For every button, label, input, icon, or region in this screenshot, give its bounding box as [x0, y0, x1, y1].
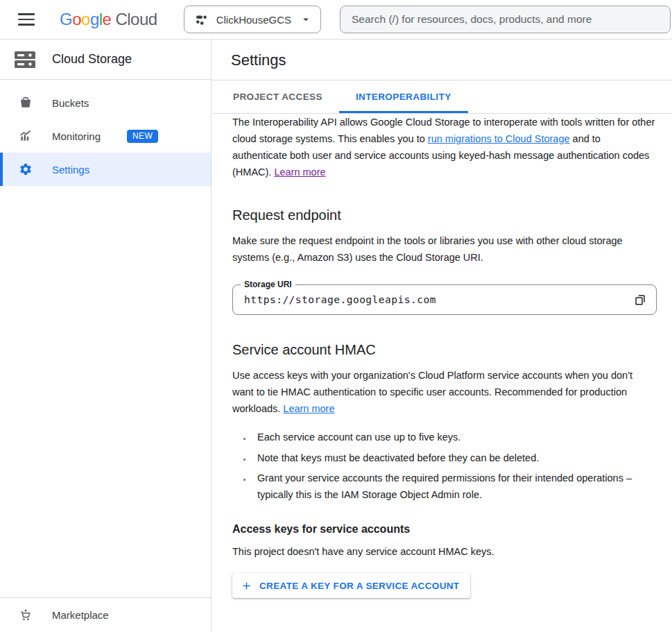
chevron-down-icon [300, 13, 312, 26]
copy-button[interactable] [628, 288, 652, 311]
request-endpoint-heading: Request endpoint [232, 206, 655, 224]
storage-uri-value[interactable] [233, 294, 628, 305]
product-header: Cloud Storage [0, 40, 211, 80]
sidebar-nav: Buckets Monitoring NEW Settings [0, 80, 211, 186]
sidebar-item-label: Settings [52, 164, 89, 176]
project-grid-icon [194, 12, 208, 26]
request-endpoint-body: Make sure the request endpoint in the to… [232, 232, 655, 266]
global-search-bar[interactable] [340, 6, 671, 33]
sidebar-footer: Marketplace [0, 597, 211, 632]
plus-icon [241, 580, 252, 592]
sidebar-item-label: Buckets [52, 97, 89, 109]
list-item: Grant your service accounts the required… [252, 470, 655, 503]
logo-cloud-wordmark: Cloud [115, 10, 157, 29]
search-input[interactable] [350, 12, 660, 26]
hamburger-menu-icon[interactable] [18, 13, 35, 26]
hmac-learn-more-link[interactable]: Learn more [283, 403, 334, 414]
logo-google-wordmark: Google [60, 10, 111, 29]
bucket-icon [19, 96, 33, 110]
page-title: Settings [212, 40, 672, 80]
main-content: Settings PROJECT ACCESS INTEROPERABILITY… [212, 40, 672, 632]
storage-uri-label: Storage URI [241, 280, 295, 290]
interoperability-panel: The Interoperability API allows Google C… [212, 114, 672, 598]
new-badge: NEW [127, 130, 158, 143]
settings-tabbar: PROJECT ACCESS INTEROPERABILITY [212, 80, 672, 114]
sidebar-item-label: Monitoring [52, 130, 101, 142]
create-key-button[interactable]: CREATE A KEY FOR A SERVICE ACCOUNT [232, 573, 470, 598]
sidebar-item-marketplace[interactable]: Marketplace [0, 598, 211, 632]
hmac-bullet-list: Each service account can use up to five … [232, 429, 655, 503]
sidebar-item-buckets[interactable]: Buckets [0, 86, 211, 119]
content-copy-icon [634, 293, 646, 306]
empty-state-text: This project doesn't have any service ac… [232, 543, 655, 560]
cloud-storage-product-icon [14, 50, 37, 69]
storage-uri-field: Storage URI [232, 284, 657, 315]
tab-interoperability[interactable]: INTEROPERABILITY [339, 80, 468, 113]
learn-more-link[interactable]: Learn more [274, 166, 325, 178]
marketplace-cart-icon [19, 608, 33, 622]
tab-project-access[interactable]: PROJECT ACCESS [216, 80, 339, 113]
project-selector[interactable]: ClickHouseGCS [184, 6, 321, 33]
list-item: Each service account can use up to five … [252, 429, 655, 445]
top-app-bar: Google Cloud ClickHouseGCS [0, 0, 672, 40]
sidebar-item-settings[interactable]: Settings [0, 153, 211, 186]
list-item: Note that keys must be deactivated befor… [252, 450, 655, 466]
sidebar: Cloud Storage Buckets Monitoring NEW Se [0, 40, 212, 632]
create-key-button-label: CREATE A KEY FOR A SERVICE ACCOUNT [259, 581, 459, 591]
project-selector-label: ClickHouseGCS [216, 14, 291, 26]
monitoring-chart-icon [19, 129, 33, 143]
sidebar-item-label: Marketplace [52, 609, 109, 621]
gear-icon [19, 162, 33, 176]
google-cloud-logo: Google Cloud [60, 10, 157, 29]
access-keys-subheading: Access keys for service accounts [232, 523, 655, 536]
service-account-hmac-body: Use access keys with your organization's… [232, 367, 655, 417]
intro-paragraph: The Interoperability API allows Google C… [232, 114, 655, 180]
product-title: Cloud Storage [52, 52, 132, 67]
sidebar-item-monitoring[interactable]: Monitoring NEW [0, 119, 211, 153]
run-migrations-link[interactable]: run migrations to Cloud Storage [428, 133, 570, 144]
service-account-hmac-heading: Service account HMAC [232, 341, 655, 359]
